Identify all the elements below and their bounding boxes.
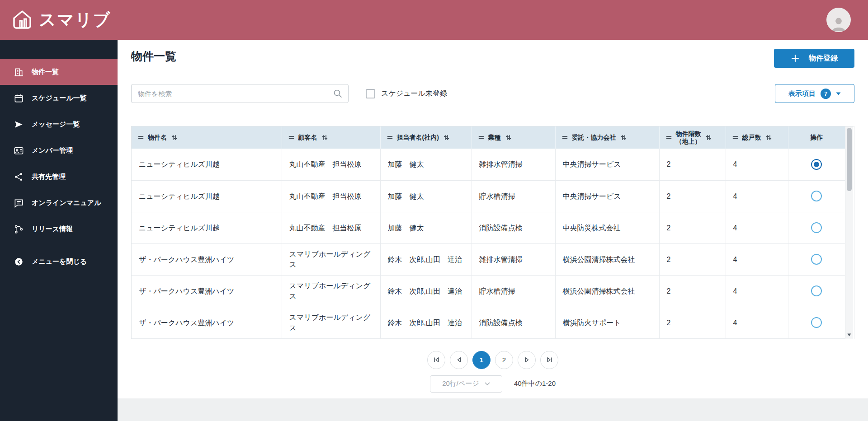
cell-manager: 鈴木 次郎,山田 達治	[380, 307, 472, 338]
sidebar-item-share[interactable]: 共有先管理	[0, 164, 118, 190]
user-icon	[830, 15, 848, 32]
sort-icon[interactable]	[765, 134, 772, 141]
sort-icon[interactable]	[705, 134, 712, 141]
row-select-radio[interactable]	[811, 222, 822, 233]
cell-partner: 横浜防火サポート	[555, 307, 659, 338]
cell-floors: 2	[659, 275, 726, 307]
sidebar-item-close-menu[interactable]: メニューを閉じる	[0, 248, 118, 275]
cell-manager: 加藤 健太	[380, 212, 472, 243]
sidebar-item-messages[interactable]: メッセージ一覧	[0, 111, 118, 137]
col-header-partner[interactable]: 委託・協力会社	[555, 126, 659, 149]
drag-handle-icon[interactable]	[732, 135, 738, 140]
col-header-manager[interactable]: 担当者名(社内)	[380, 126, 472, 149]
cell-floors: 2	[659, 307, 726, 338]
user-avatar[interactable]	[826, 8, 851, 32]
cell-property: ザ・パークハウス豊洲ハイツ	[132, 307, 282, 338]
sidebar-item-properties[interactable]: 物件一覧	[0, 59, 118, 85]
col-header-industry[interactable]: 業種	[472, 126, 555, 149]
pagination-next-button[interactable]	[518, 351, 536, 369]
chat-manual-icon	[14, 198, 24, 208]
property-table-shell: 物件名 顧客名 担当者名(社内) 業種	[131, 126, 854, 339]
cell-manager: 加藤 健太	[380, 149, 472, 180]
sort-icon[interactable]	[171, 134, 178, 141]
pagination-last-button[interactable]	[540, 351, 558, 369]
chevron-down-icon	[485, 382, 490, 386]
display-items-button[interactable]: 表示項目 7	[775, 84, 854, 103]
sidebar-item-label: メンバー管理	[32, 146, 73, 155]
pagination-page-1-button[interactable]: 1	[472, 351, 491, 369]
row-select-radio[interactable]	[811, 191, 822, 201]
cell-customer: スマリブホールディングス	[282, 307, 380, 338]
result-range-text: 40件中の1-20	[514, 379, 556, 388]
sort-icon[interactable]	[505, 134, 512, 141]
logo-text: スマリブ	[39, 9, 111, 31]
drag-handle-icon[interactable]	[666, 135, 672, 140]
col-header-units[interactable]: 総戸数	[726, 126, 788, 149]
release-network-icon	[14, 224, 24, 234]
property-search-box	[131, 84, 349, 103]
register-property-button[interactable]: 物件登録	[774, 49, 854, 68]
logo-house-icon	[11, 9, 33, 31]
cell-units: 4	[726, 149, 788, 180]
building-icon	[14, 67, 24, 77]
search-input[interactable]	[138, 90, 333, 98]
plus-icon	[791, 54, 800, 63]
sort-icon[interactable]	[620, 134, 627, 141]
cell-industry: 消防設備点検	[472, 212, 555, 243]
schedule-filter-checkbox[interactable]	[366, 89, 375, 98]
cell-partner: 横浜公園清掃株式会社	[555, 275, 659, 307]
main-content: 物件一覧 物件登録 スケジュール未登録 表示項目 7	[118, 40, 868, 398]
col-header-floors[interactable]: 物件階数 （地上）	[659, 126, 726, 149]
cell-industry: 消防設備点検	[472, 307, 555, 338]
row-select-radio[interactable]	[811, 159, 822, 170]
sidebar: 物件一覧 スケジュール一覧 メッセージ一覧 メンバー管理 共有先管理	[0, 40, 118, 421]
last-page-icon	[546, 356, 553, 364]
drag-handle-icon[interactable]	[387, 135, 393, 140]
share-icon	[14, 172, 24, 182]
sidebar-item-manual[interactable]: オンラインマニュアル	[0, 190, 118, 216]
cell-manager: 加藤 健太	[380, 180, 472, 212]
cell-manager: 鈴木 次郎,山田 達治	[380, 275, 472, 307]
col-header-customer[interactable]: 顧客名	[282, 126, 380, 149]
sort-icon[interactable]	[321, 134, 328, 141]
scrollbar-thumb[interactable]	[847, 128, 852, 191]
row-select-radio[interactable]	[811, 254, 822, 265]
cell-partner: 中央清掃サービス	[555, 180, 659, 212]
cell-customer: スマリブホールディングス	[282, 275, 380, 307]
cell-customer: スマリブホールディングス	[282, 243, 380, 275]
cell-property: ニューシティヒルズ川越	[132, 212, 282, 243]
pagination-prev-button[interactable]	[450, 351, 468, 369]
cell-industry: 貯水槽清掃	[472, 180, 555, 212]
rows-per-page-select[interactable]: 20行/ページ	[430, 375, 502, 393]
cell-customer: 丸山不動産 担当松原	[282, 149, 380, 180]
sidebar-item-members[interactable]: メンバー管理	[0, 137, 118, 164]
cell-property: ニューシティヒルズ川越	[132, 149, 282, 180]
col-header-property[interactable]: 物件名	[132, 126, 282, 149]
cell-customer: 丸山不動産 担当松原	[282, 212, 380, 243]
drag-handle-icon[interactable]	[138, 135, 144, 140]
cell-industry: 雑排水管清掃	[472, 243, 555, 275]
sidebar-item-label: 共有先管理	[32, 173, 66, 181]
cell-manager: 鈴木 次郎,山田 達治	[380, 243, 472, 275]
cell-property: ニューシティヒルズ川越	[132, 180, 282, 212]
sidebar-item-schedule[interactable]: スケジュール一覧	[0, 85, 118, 111]
cell-units: 4	[726, 180, 788, 212]
search-icon	[333, 89, 343, 98]
scrollbar-down-arrow-icon[interactable]	[847, 333, 851, 337]
chevron-down-icon	[836, 92, 841, 95]
cell-industry: 貯水槽清掃	[472, 275, 555, 307]
sidebar-item-release[interactable]: リリース情報	[0, 216, 118, 242]
drag-handle-icon[interactable]	[562, 135, 568, 140]
cell-partner: 中央防災株式会社	[555, 212, 659, 243]
pagination-page-2-button[interactable]: 2	[495, 351, 513, 369]
row-select-radio[interactable]	[811, 317, 822, 328]
send-icon	[14, 119, 24, 130]
drag-handle-icon[interactable]	[288, 135, 294, 140]
pagination-first-button[interactable]	[427, 351, 445, 369]
cell-customer: 丸山不動産 担当松原	[282, 180, 380, 212]
table-scrollbar[interactable]	[845, 126, 853, 339]
cell-units: 4	[726, 243, 788, 275]
drag-handle-icon[interactable]	[478, 135, 484, 140]
row-select-radio[interactable]	[811, 285, 822, 296]
sort-icon[interactable]	[443, 134, 450, 141]
